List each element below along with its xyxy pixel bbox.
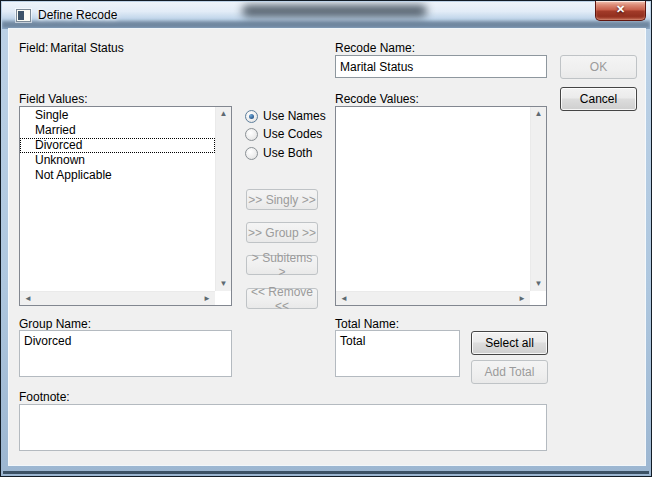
- title-bar[interactable]: Define Recode: [2, 2, 650, 29]
- radio-use-both[interactable]: Use Both: [245, 145, 312, 161]
- radio-use-names[interactable]: Use Names: [245, 108, 326, 124]
- app-icon: [16, 9, 31, 22]
- field-values-listbox[interactable]: SingleMarriedDivorcedUnknownNot Applicab…: [19, 106, 232, 306]
- scroll-right-icon[interactable]: ►: [518, 295, 526, 303]
- list-item-not-applicable[interactable]: Not Applicable: [20, 168, 215, 183]
- close-button[interactable]: ✕: [595, 1, 646, 21]
- recode-name-label: Recode Name:: [335, 41, 415, 55]
- footnote-input[interactable]: [19, 404, 547, 451]
- background-window-blur: [242, 5, 427, 17]
- cancel-button[interactable]: Cancel: [560, 87, 637, 111]
- scroll-left-icon[interactable]: ◄: [24, 295, 32, 303]
- list-item-married[interactable]: Married: [20, 123, 215, 138]
- background-window-blur-band: [2, 21, 650, 28]
- add-total-button[interactable]: Add Total: [471, 360, 548, 384]
- recode-name-input[interactable]: [335, 55, 547, 78]
- radio-label: Use Both: [263, 146, 312, 160]
- window-frame-bottom: [3, 471, 649, 474]
- total-name-input[interactable]: Total: [335, 330, 460, 377]
- radio-label: Use Names: [263, 109, 326, 123]
- recode-values-listbox[interactable]: ▲ ▼ ◄ ►: [335, 106, 547, 306]
- footnote-label: Footnote:: [19, 390, 70, 404]
- field-values-label: Field Values:: [19, 92, 87, 106]
- define-recode-dialog: Define Recode ✕ Field:Marital Status Rec…: [0, 0, 652, 477]
- recode-values-label: Recode Values:: [335, 92, 419, 106]
- remove-button[interactable]: << Remove <<: [246, 288, 318, 309]
- list-item-single[interactable]: Single: [20, 108, 215, 123]
- list-item-unknown[interactable]: Unknown: [20, 153, 215, 168]
- ok-button[interactable]: OK: [560, 55, 637, 79]
- field-label: Field:: [19, 41, 48, 55]
- close-icon: ✕: [616, 3, 625, 16]
- select-all-button[interactable]: Select all: [471, 331, 548, 355]
- subitems-button[interactable]: > Subitems >: [246, 255, 318, 275]
- scroll-down-icon[interactable]: ▼: [216, 280, 231, 288]
- horizontal-scrollbar[interactable]: ◄ ►: [20, 291, 215, 305]
- vertical-scrollbar[interactable]: ▲ ▼: [530, 107, 546, 291]
- radio-button-icon[interactable]: [245, 110, 258, 123]
- group-name-label: Group Name:: [19, 317, 91, 331]
- radio-use-codes[interactable]: Use Codes: [245, 126, 322, 142]
- field-value: Marital Status: [50, 41, 123, 55]
- scroll-up-icon[interactable]: ▲: [216, 110, 231, 118]
- list-item-divorced[interactable]: Divorced: [20, 138, 215, 153]
- window-title: Define Recode: [38, 8, 117, 22]
- scroll-right-icon[interactable]: ►: [203, 295, 211, 303]
- scroll-left-icon[interactable]: ◄: [340, 295, 348, 303]
- vertical-scrollbar[interactable]: ▲ ▼: [215, 107, 231, 291]
- singly-button[interactable]: >> Singly >>: [246, 189, 318, 210]
- group-button[interactable]: >> Group >>: [246, 222, 318, 243]
- total-name-label: Total Name:: [335, 317, 399, 331]
- scroll-up-icon[interactable]: ▲: [531, 110, 546, 118]
- horizontal-scrollbar[interactable]: ◄ ►: [336, 291, 530, 305]
- group-name-input[interactable]: Divorced: [19, 330, 232, 377]
- field-info: Field:Marital Status: [19, 41, 124, 55]
- radio-button-icon[interactable]: [245, 147, 258, 160]
- scroll-down-icon[interactable]: ▼: [531, 280, 546, 288]
- dialog-client-area: Field:Marital Status Recode Name: OK Can…: [9, 29, 645, 465]
- radio-button-icon[interactable]: [245, 128, 258, 141]
- radio-label: Use Codes: [263, 127, 322, 141]
